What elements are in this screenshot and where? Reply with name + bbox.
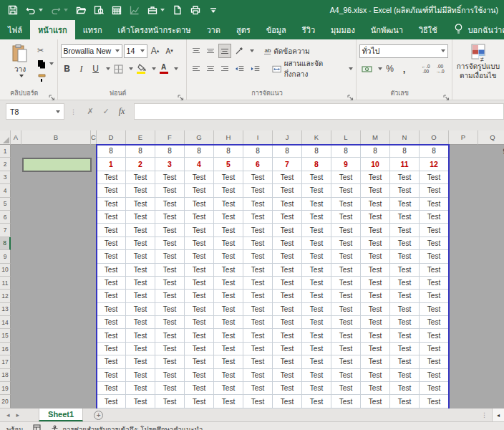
cell-L12[interactable]: Test: [331, 290, 361, 302]
borders-dropdown-icon[interactable]: [129, 67, 133, 70]
row-header-5[interactable]: 5: [0, 198, 11, 211]
column-header-H[interactable]: H: [214, 130, 243, 145]
cell-B20[interactable]: [21, 395, 91, 408]
font-dialog-launcher-icon[interactable]: [178, 91, 184, 97]
cell-G6[interactable]: Test: [185, 211, 214, 224]
cell-B8[interactable]: [21, 237, 91, 250]
undo-icon[interactable]: [25, 5, 36, 16]
cell-J14[interactable]: Test: [273, 316, 302, 329]
cell-I3[interactable]: Test: [243, 171, 273, 184]
name-box-dropdown-icon[interactable]: [56, 110, 60, 113]
cell-N19[interactable]: Test: [390, 382, 420, 395]
column-header-D[interactable]: D: [97, 130, 126, 145]
cell-I13[interactable]: Test: [243, 303, 273, 316]
undo-dropdown-icon[interactable]: [39, 9, 43, 11]
cell-A13[interactable]: [11, 303, 21, 316]
cell-F20[interactable]: Test: [155, 395, 185, 408]
cell-M3[interactable]: Test: [361, 171, 390, 184]
cell-C9[interactable]: [91, 250, 97, 263]
cell-B13[interactable]: [21, 303, 91, 316]
cell-J15[interactable]: Test: [273, 329, 302, 342]
column-header-C[interactable]: C: [91, 130, 97, 145]
increase-indent-button[interactable]: [248, 62, 262, 76]
cell-D11[interactable]: Test: [97, 277, 126, 290]
cell-I4[interactable]: Test: [243, 184, 273, 197]
decrease-indent-button[interactable]: [233, 62, 246, 76]
cell-F15[interactable]: Test: [155, 329, 185, 342]
save-icon[interactable]: [7, 5, 18, 16]
cell-C19[interactable]: [91, 382, 97, 395]
cell-E10[interactable]: Test: [126, 264, 155, 277]
cell-A9[interactable]: [11, 250, 21, 263]
cell-J1[interactable]: 8: [273, 145, 302, 158]
cell-G20[interactable]: Test: [185, 395, 214, 408]
cell-Q17[interactable]: [478, 355, 504, 368]
cell-N2[interactable]: 11: [390, 158, 420, 171]
ribbon-tab-5[interactable]: สูตร: [228, 20, 258, 39]
cell-F19[interactable]: Test: [155, 382, 185, 395]
cell-O6[interactable]: Test: [420, 211, 449, 224]
ribbon-tab-4[interactable]: วาด: [198, 20, 228, 39]
cell-N7[interactable]: Test: [390, 224, 420, 236]
cell-Q5[interactable]: [478, 198, 504, 211]
cell-K6[interactable]: Test: [302, 211, 331, 224]
cell-C16[interactable]: [91, 343, 97, 355]
cell-J11[interactable]: Test: [273, 277, 302, 290]
customize-qat-icon[interactable]: [208, 5, 218, 16]
cell-O5[interactable]: Test: [420, 198, 449, 211]
cell-D15[interactable]: Test: [97, 329, 126, 342]
cell-D6[interactable]: Test: [97, 211, 126, 224]
cell-N1[interactable]: 8: [390, 145, 420, 158]
cell-I17[interactable]: Test: [243, 355, 273, 368]
cell-J3[interactable]: Test: [273, 171, 302, 184]
cell-H4[interactable]: Test: [214, 184, 243, 197]
cell-L9[interactable]: Test: [331, 250, 361, 263]
cell-K18[interactable]: Test: [302, 369, 331, 382]
row-header-12[interactable]: 12: [0, 290, 11, 302]
cell-A2[interactable]: [11, 158, 21, 171]
cell-L6[interactable]: Test: [331, 211, 361, 224]
cell-E20[interactable]: Test: [126, 395, 155, 408]
cell-L11[interactable]: Test: [331, 277, 361, 290]
cell-J12[interactable]: Test: [273, 290, 302, 302]
cell-A18[interactable]: [11, 369, 21, 382]
column-header-O[interactable]: O: [420, 130, 449, 145]
cell-F9[interactable]: Test: [155, 250, 185, 263]
align-left-button[interactable]: [190, 62, 203, 76]
orientation-button[interactable]: [233, 44, 246, 58]
column-header-I[interactable]: I: [243, 130, 273, 145]
calendar-icon[interactable]: [111, 5, 122, 16]
fill-color-button[interactable]: [135, 62, 148, 76]
ribbon-tab-1[interactable]: หน้าแรก: [30, 20, 75, 39]
column-header-E[interactable]: E: [126, 130, 155, 145]
cell-E14[interactable]: Test: [126, 316, 155, 329]
row-header-19[interactable]: 19: [0, 382, 11, 395]
cell-K2[interactable]: 8: [302, 158, 331, 171]
alignment-dialog-launcher-icon[interactable]: [347, 91, 354, 97]
cell-K13[interactable]: Test: [302, 303, 331, 316]
cell-H11[interactable]: Test: [214, 277, 243, 290]
cell-B6[interactable]: [21, 211, 91, 224]
cell-J17[interactable]: Test: [273, 355, 302, 368]
cell-L8[interactable]: Test: [331, 237, 361, 250]
cell-E16[interactable]: Test: [126, 343, 155, 355]
cell-Q7[interactable]: [478, 224, 504, 236]
cell-N13[interactable]: Test: [390, 303, 420, 316]
cell-E19[interactable]: Test: [126, 382, 155, 395]
cell-L14[interactable]: Test: [331, 316, 361, 329]
align-top-button[interactable]: [190, 44, 203, 58]
cell-K9[interactable]: Test: [302, 250, 331, 263]
cell-O16[interactable]: Test: [420, 343, 449, 355]
cell-B1[interactable]: [21, 145, 91, 158]
format-painter-button[interactable]: [37, 72, 54, 83]
cell-Q14[interactable]: [478, 316, 504, 329]
ribbon-tab-7[interactable]: รีวิว: [294, 20, 323, 39]
cell-N14[interactable]: Test: [390, 316, 420, 329]
cell-M6[interactable]: Test: [361, 211, 390, 224]
cell-N17[interactable]: Test: [390, 355, 420, 368]
cell-Q11[interactable]: [478, 277, 504, 290]
ribbon-tab-9[interactable]: นักพัฒนา: [363, 20, 411, 39]
cell-H9[interactable]: Test: [214, 250, 243, 263]
cell-M18[interactable]: Test: [361, 369, 390, 382]
cell-K17[interactable]: Test: [302, 355, 331, 368]
